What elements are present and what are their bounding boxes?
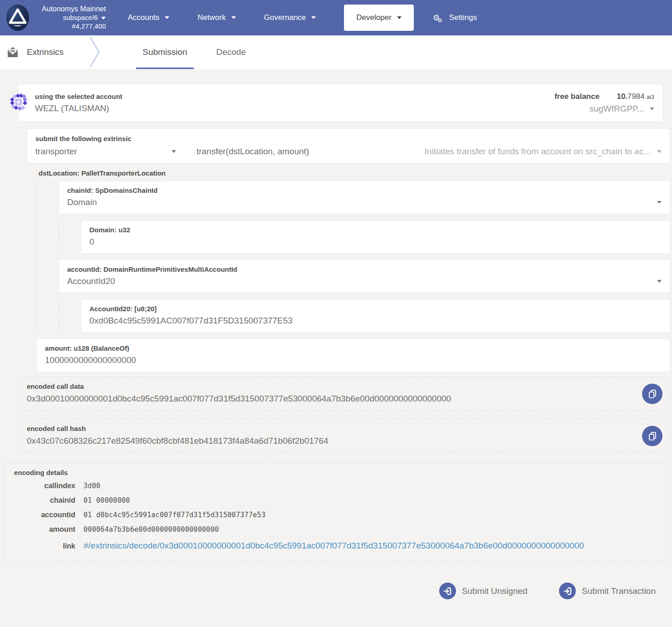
submit-unsigned-label: Submit Unsigned	[462, 586, 528, 596]
chevron-down-icon	[657, 280, 662, 283]
params-group: chainId: SpDomainsChainId Domain Domain:…	[36, 181, 672, 333]
account-name: WEZL (TALISMAN)	[35, 103, 123, 113]
nav-network[interactable]: Network	[197, 13, 235, 22]
account-card: using the selected account WEZL (TALISMA…	[18, 84, 663, 122]
submit-transaction-button[interactable]: Submit Transaction	[556, 582, 658, 600]
encoded-call-hash-label: encoded call hash	[27, 425, 629, 432]
account-identicon[interactable]	[9, 92, 29, 114]
nav-settings-label: Settings	[449, 13, 477, 22]
extrinsic-label: submit the following extrinsic	[35, 135, 662, 142]
chevron-down-icon	[231, 16, 236, 19]
balance-integer: 10.	[617, 92, 628, 101]
detail-row-chainid: chainid 01 00000000	[14, 495, 657, 505]
copy-icon	[648, 431, 657, 441]
account-address-dropdown[interactable]: sugWfRGPP...	[554, 104, 654, 114]
nav-network-label: Network	[197, 13, 226, 22]
encoded-call-hash-box: encoded call hash 0x43c07c608326c217e825…	[18, 419, 670, 453]
pallet-value: transporter	[35, 147, 77, 157]
chain-id-select[interactable]: chainId: SpDomainsChainId Domain	[59, 181, 670, 214]
detail-value: 000064a7b3b6e00d0000000000000000	[83, 524, 219, 534]
encoded-call-hash-value: 0x43c07c608326c217e82549f60cbf8cbf481eb4…	[27, 436, 629, 446]
actions-row: Submit Unsigned Submit Transaction	[0, 582, 672, 600]
account-id-nested-group: AccountId20: [u8;20] 0xd0Bc4c95c5991AC00…	[59, 299, 672, 333]
decode-link[interactable]: #/extrinsics/decode/0x3d00010000000001d0…	[83, 541, 584, 551]
nav-governance-label: Governance	[264, 13, 306, 22]
account-id-value: AccountId20	[67, 276, 115, 286]
amount-input[interactable]: amount: u128 (BalanceOf) 100000000000000…	[36, 338, 670, 372]
method-description: Initiates transfer of funds from account…	[425, 147, 651, 157]
detail-value: 3d00	[83, 481, 100, 491]
nav-accounts-label: Accounts	[128, 13, 159, 22]
autonomys-logo[interactable]	[4, 4, 32, 32]
nav-settings[interactable]: ⚙⚙ Settings	[433, 13, 477, 22]
chevron-down-icon	[657, 150, 662, 153]
main-content: using the selected account WEZL (TALISMA…	[0, 69, 672, 600]
chevron-down-icon	[172, 150, 176, 153]
network-name: Autonomys Mainnet	[42, 5, 106, 14]
breadcrumb-divider	[89, 35, 101, 69]
pallet-select[interactable]: transporter	[35, 147, 176, 157]
chevron-down-icon	[650, 108, 654, 110]
detail-key: amount	[14, 524, 75, 534]
main-nav: Accounts Network Governance Developer ⚙⚙…	[128, 0, 477, 35]
detail-key: link	[14, 541, 75, 551]
submit-unsigned-button[interactable]: Submit Unsigned	[437, 582, 530, 600]
copy-call-data-button[interactable]	[642, 383, 662, 404]
account-id20-value: 0xd0Bc4c95c5991AC007f077d31F5D315007377E…	[89, 316, 662, 326]
amount-label: amount: u128 (BalanceOf)	[45, 344, 662, 352]
method-description-dropdown[interactable]: Initiates transfer of funds from account…	[425, 147, 662, 157]
nav-governance[interactable]: Governance	[264, 13, 316, 22]
encoded-call-data-label: encoded call data	[27, 382, 629, 390]
account-id20-label: AccountId20: [u8;20]	[89, 305, 662, 313]
detail-value: 01 d0bc4c95c5991ac007f077d31f5d315007377…	[83, 510, 265, 520]
method-value: transfer(dstLocation, amount)	[196, 147, 309, 156]
page-title: Extrinsics	[27, 47, 64, 57]
tabs: Submission Decode	[128, 35, 260, 69]
submit-transaction-label: Submit Transaction	[582, 586, 656, 596]
encoded-call-data-box: encoded call data 0x3d00010000000001d0bc…	[18, 377, 670, 411]
method-select[interactable]: transfer(dstLocation, amount)	[196, 147, 309, 157]
balance-fraction: 7984	[628, 92, 645, 101]
free-balance: free balance10.7984ai3	[554, 92, 654, 101]
account-id-label: accountId: DomainRuntimePrimitivesMultiA…	[67, 265, 662, 273]
detail-row-link: link #/extrinsics/decode/0x3d00010000000…	[14, 541, 657, 551]
chain-id-nested-group: Domain: u32 0	[59, 220, 672, 254]
detail-value: 01 00000000	[83, 495, 130, 505]
tab-submission[interactable]: Submission	[128, 35, 201, 69]
encoded-call-data-value: 0x3d00010000000001d0bc4c95c5991ac007f077…	[27, 394, 629, 404]
gears-icon: ⚙⚙	[433, 14, 445, 22]
block-number: #4,277,400	[72, 22, 106, 31]
account-address-short: sugWfRGPP...	[589, 104, 644, 114]
chevron-down-icon	[657, 201, 662, 204]
account-label: using the selected account	[35, 93, 123, 100]
detail-key: accountid	[14, 510, 75, 520]
detail-row-callindex: callindex 3d00	[14, 481, 657, 491]
domain-label: Domain: u32	[89, 226, 662, 234]
domain-value: 0	[89, 237, 662, 247]
detail-row-amount: amount 000064a7b3b6e00d0000000000000000	[14, 524, 657, 534]
free-balance-label: free balance	[554, 92, 599, 101]
sign-in-icon	[559, 583, 576, 599]
detail-key: callindex	[14, 481, 75, 491]
detail-row-accountid: accountid 01 d0bc4c95c5991ac007f077d31f5…	[14, 510, 657, 520]
nav-developer-label: Developer	[356, 13, 392, 22]
encoding-details-label: encoding details	[14, 469, 657, 476]
copy-call-hash-button[interactable]	[642, 426, 662, 446]
detail-key: chainid	[14, 495, 75, 505]
tab-bar: Extrinsics Submission Decode	[0, 35, 672, 69]
nav-accounts[interactable]: Accounts	[128, 13, 169, 22]
chain-id-value: Domain	[67, 197, 97, 207]
chevron-down-icon	[311, 16, 316, 19]
chevron-down-icon	[397, 16, 402, 19]
account-id-select[interactable]: accountId: DomainRuntimePrimitivesMultiA…	[59, 260, 670, 293]
tab-decode[interactable]: Decode	[202, 35, 261, 69]
network-selector[interactable]: Autonomys Mainnet subspace/6 #4,277,400	[42, 5, 106, 31]
encoding-details-box: encoding details callindex 3d00 chainid …	[5, 463, 667, 562]
tab-submission-label: Submission	[142, 47, 187, 57]
envelope-open-text-icon	[6, 46, 19, 58]
domain-input[interactable]: Domain: u32 0	[81, 220, 670, 254]
selected-account[interactable]: using the selected account WEZL (TALISMA…	[35, 93, 123, 113]
account-id20-input[interactable]: AccountId20: [u8;20] 0xd0Bc4c95c5991AC00…	[81, 299, 670, 333]
chain-id-label: chainId: SpDomainsChainId	[67, 186, 662, 194]
nav-developer[interactable]: Developer	[344, 5, 414, 31]
